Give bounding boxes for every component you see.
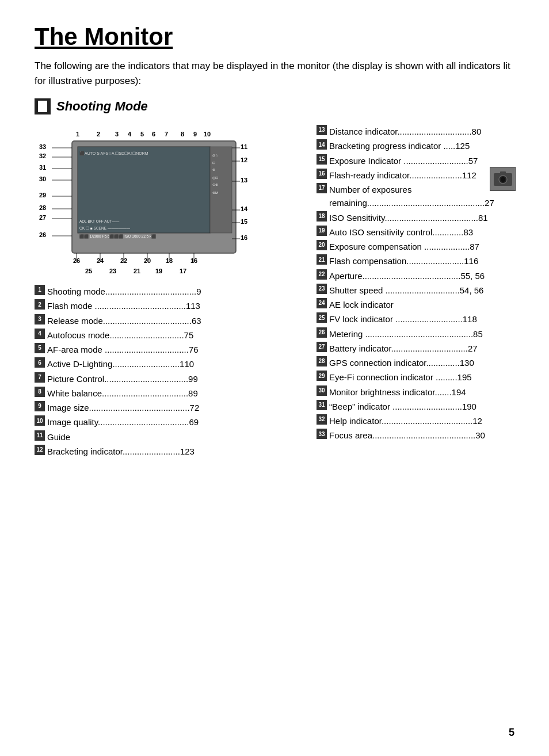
svg-text:3: 3 (115, 131, 119, 138)
item-text: Shooting mode...........................… (47, 285, 299, 298)
list-item: 32Help indicator........................… (317, 414, 514, 427)
item-number: 11 (35, 430, 45, 441)
section-header: Shooting Mode (35, 98, 514, 114)
item-number: 13 (317, 125, 327, 135)
item-number: 7 (35, 372, 45, 383)
list-item: 24AE lock indicator (317, 298, 514, 311)
item-text: Guide (47, 430, 299, 444)
list-item: 27Battery indicator.....................… (317, 342, 514, 355)
item-number: 20 (317, 240, 327, 250)
item-number: 24 (317, 298, 327, 308)
list-item: 3Release mode...........................… (35, 314, 299, 327)
list-item: 11Guide (35, 430, 299, 444)
list-item: 1Shooting mode..........................… (35, 285, 299, 298)
svg-text:25: 25 (85, 268, 92, 274)
item-text: GPS connection indicator..............13… (329, 356, 514, 369)
svg-text:1: 1 (76, 131, 79, 138)
svg-rect-3 (210, 147, 232, 233)
svg-text:7: 7 (165, 131, 168, 138)
svg-text:33: 33 (39, 143, 46, 150)
list-item: 33Focus area............................… (317, 429, 514, 442)
item-number: 23 (317, 284, 327, 294)
item-number: 12 (35, 445, 45, 455)
svg-text:◎⊡: ◎⊡ (212, 176, 218, 180)
item-text: Image size..............................… (47, 401, 299, 414)
camera-diagram: ⬛AUTO S AFS☆A ☐SD☐A↑☐NORM ◎☆ ⊡ ⊛ ◎⊡ ⊙⊕ ⊚… (35, 125, 282, 280)
svg-text:24: 24 (97, 257, 104, 264)
page-title: The Monitor (35, 23, 514, 51)
list-item: 20Exposure compensation ................… (317, 240, 514, 253)
list-item: 4Autofocus mode.........................… (35, 329, 299, 342)
item-number: 9 (35, 401, 45, 411)
item-number: 28 (317, 356, 327, 366)
item-text: AF-area mode ...........................… (47, 343, 299, 356)
item-number: 18 (317, 211, 327, 222)
left-items-list: 1Shooting mode..........................… (35, 285, 299, 458)
item-number: 17 (317, 183, 327, 193)
svg-text:⊚M: ⊚M (212, 191, 218, 194)
item-text: Active D-Lighting.......................… (47, 357, 299, 371)
item-text: Flash mode .............................… (47, 299, 299, 312)
list-item: 10Image quality.........................… (35, 415, 299, 429)
item-text: AE lock indicator (329, 298, 514, 311)
item-number: 10 (35, 415, 45, 426)
svg-text:15: 15 (241, 218, 247, 225)
item-number: 30 (317, 385, 327, 396)
item-text: Battery indicator.......................… (329, 342, 514, 355)
item-text: Bracketing indicator....................… (47, 445, 299, 458)
list-item: 8White balance..........................… (35, 387, 299, 400)
item-number: 1 (35, 285, 45, 295)
item-number: 4 (35, 329, 45, 339)
item-text: ISO Sensitivity.........................… (329, 211, 514, 224)
item-number: 31 (317, 400, 327, 410)
svg-text:OK ☐ ■ SCENE ——————: OK ☐ ■ SCENE —————— (79, 226, 130, 230)
item-number: 6 (35, 357, 45, 368)
svg-text:2: 2 (97, 131, 100, 138)
svg-text:29: 29 (39, 192, 46, 198)
item-text: Focus area..............................… (329, 429, 514, 442)
shooting-mode-icon (35, 98, 51, 114)
list-item: 7Picture Control........................… (35, 372, 299, 385)
svg-text:11: 11 (241, 143, 247, 150)
list-item: 6Active D-Lighting......................… (35, 357, 299, 371)
page-number: 5 (509, 727, 514, 739)
item-number: 3 (35, 314, 45, 324)
list-item: 17Number of exposures remaining.........… (317, 183, 514, 210)
item-text: Autofocus mode..........................… (47, 329, 299, 342)
svg-text:28: 28 (39, 204, 46, 211)
section-title: Shooting Mode (56, 99, 148, 114)
item-number: 29 (317, 371, 327, 381)
list-item: 5AF-area mode ..........................… (35, 343, 299, 356)
svg-text:⬛AUTO  S  AFS☆A  ☐SD☐A↑☐NORM: ⬛AUTO S AFS☆A ☐SD☐A↑☐NORM (79, 151, 148, 156)
svg-text:26: 26 (39, 231, 46, 238)
svg-text:21: 21 (134, 268, 140, 274)
item-text: Aperture................................… (329, 269, 514, 282)
list-item: 18ISO Sensitivity.......................… (317, 211, 514, 224)
intro-text: The following are the indicators that ma… (35, 59, 514, 88)
list-item: 16Flash-ready indicator.................… (317, 169, 514, 182)
svg-text:◎☆: ◎☆ (212, 154, 218, 157)
item-number: 15 (317, 154, 327, 165)
svg-text:14: 14 (241, 205, 248, 212)
list-item: 19Auto ISO sensitivity control..........… (317, 226, 514, 239)
list-item: 23Shutter speed ........................… (317, 284, 514, 297)
svg-text:10: 10 (204, 131, 211, 138)
diagram-svg: ⬛AUTO S AFS☆A ☐SD☐A↑☐NORM ◎☆ ⊡ ⊛ ◎⊡ ⊙⊕ ⊚… (35, 125, 282, 280)
item-text: Metering ...............................… (329, 327, 514, 341)
list-item: 29Eye-Fi connection indicator .........1… (317, 371, 514, 384)
list-item: 31“Beep” indicator .....................… (317, 400, 514, 413)
item-number: 22 (317, 269, 327, 280)
item-number: 5 (35, 343, 45, 353)
item-text: “Beep” indicator .......................… (329, 400, 514, 413)
right-items-list: 13Distance indicator....................… (317, 125, 514, 442)
item-text: Monitor brightness indicator.......194 (329, 385, 514, 399)
svg-text:27: 27 (39, 214, 46, 221)
svg-text:6: 6 (152, 131, 155, 138)
list-item: 14Bracketing progress indicator .....125 (317, 139, 514, 152)
list-item: 26Metering .............................… (317, 327, 514, 341)
svg-text:ADL·BKT OFF AUT——: ADL·BKT OFF AUT—— (79, 219, 120, 223)
svg-text:32: 32 (39, 152, 46, 159)
camera-icon-svg (493, 170, 513, 188)
svg-text:17: 17 (180, 268, 186, 274)
item-text: Number of exposures remaining...........… (329, 183, 514, 210)
